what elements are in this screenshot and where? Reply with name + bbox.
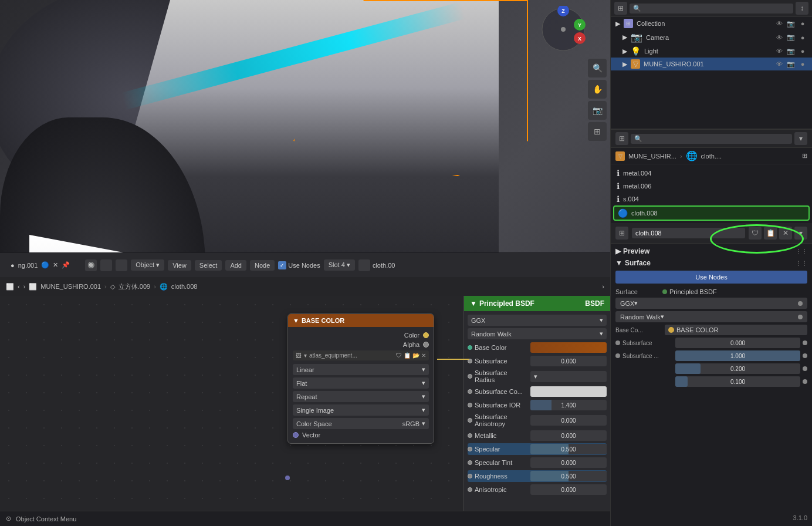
- color-socket-out[interactable]: [423, 332, 429, 338]
- vector-socket-in[interactable]: [293, 432, 299, 438]
- outliner-sort-icon[interactable]: ↕: [796, 2, 808, 15]
- extension-dropdown[interactable]: Repeat ▾: [293, 391, 429, 402]
- viewport-3d[interactable]: DEXMT Z Y X 🔍 ✋ 📷 ⊞ ● ng.001 🔵 ✕: [0, 0, 610, 526]
- add-menu-btn[interactable]: Add: [225, 260, 246, 271]
- breadcrumb-nav-next[interactable]: ›: [23, 283, 26, 290]
- outliner-item-camera[interactable]: ▶ 📷 Camera 👁 📷 ●: [611, 30, 812, 45]
- outliner-item-light[interactable]: ▶ 💡 Light 👁 📷 ●: [611, 45, 812, 58]
- subsurface-value-bar[interactable]: 0.000: [530, 356, 607, 366]
- props-search[interactable]: 🔍: [631, 134, 792, 144]
- mat-name-field[interactable]: cloth.008: [632, 228, 745, 238]
- props-sr-slider2[interactable]: 0.200: [675, 363, 800, 374]
- surface-section-header[interactable]: ▼ Surface ⋮⋮: [615, 259, 807, 267]
- image-shield-icon[interactable]: 🛡: [396, 352, 402, 359]
- preview-section-header[interactable]: ▶ Preview ⋮⋮: [615, 247, 807, 255]
- alpha-socket-out[interactable]: [423, 342, 429, 348]
- outliner-filter-icon[interactable]: ⊞: [614, 2, 627, 15]
- bsdf-random-walk-dropdown[interactable]: Random Walk ▾: [468, 328, 607, 339]
- specular-tint-bar[interactable]: 0.000: [530, 457, 607, 468]
- roughness-bar[interactable]: 0.500: [530, 471, 607, 481]
- select-menu-btn[interactable]: Select: [195, 260, 222, 271]
- collapse-icon[interactable]: ›: [602, 283, 604, 290]
- use-nodes-checkbox[interactable]: ✓ Use Nodes: [278, 261, 320, 269]
- vis-icon-render[interactable]: ●: [798, 19, 807, 28]
- render-dropdown-icon[interactable]: [358, 259, 370, 271]
- camera-vis-cam[interactable]: 📷: [786, 33, 796, 42]
- subsurface-socket[interactable]: [468, 359, 472, 363]
- vis-icon-eye[interactable]: 👁: [774, 19, 784, 28]
- light-vis-eye[interactable]: 👁: [774, 46, 784, 56]
- base-color-node[interactable]: ▼ BASE COLOR Color Alpha 🖼 ▾ atl: [287, 313, 434, 444]
- subsurface-co-swatch[interactable]: [530, 386, 607, 397]
- material-item-1[interactable]: ℹ metal.006: [613, 180, 810, 193]
- mat-close-icon[interactable]: ✕: [779, 227, 792, 240]
- principled-bsdf-node[interactable]: ▼ Principled BSDF BSDF GGX ▾ Random Walk…: [463, 296, 610, 526]
- grid-tool-btn[interactable]: ⊞: [588, 122, 607, 141]
- slot-dropdown[interactable]: Slot 4 ▾: [324, 259, 355, 271]
- mat-filter-icon[interactable]: ▾: [794, 227, 807, 240]
- subsurface-radius-dropdown[interactable]: ▾: [530, 371, 607, 382]
- navigation-gizmo[interactable]: Z Y X: [540, 6, 587, 53]
- use-nodes-btn[interactable]: Use Nodes: [615, 271, 807, 284]
- bsdf-ggx-dropdown[interactable]: GGX ▾: [468, 315, 607, 326]
- mat-shield-icon[interactable]: 🛡: [749, 227, 762, 240]
- node-collapse-icon[interactable]: ▼: [293, 317, 299, 324]
- light-vis-render[interactable]: ●: [798, 46, 807, 56]
- pan-tool-btn[interactable]: ✋: [588, 80, 607, 99]
- material-item-0[interactable]: ℹ metal.004: [613, 167, 810, 180]
- subsurface-radius-socket[interactable]: [468, 374, 472, 379]
- subsurface-co-socket[interactable]: [468, 389, 472, 394]
- light-vis-cam[interactable]: 📷: [786, 46, 796, 56]
- mat-copy-icon[interactable]: 📋: [764, 227, 777, 240]
- specular-bar[interactable]: 0.500: [530, 444, 607, 454]
- pin-icon[interactable]: 📌: [62, 261, 70, 269]
- metallic-socket[interactable]: [468, 433, 472, 438]
- props-random-walk-dropdown[interactable]: Random Walk ▾: [615, 311, 807, 322]
- file-tab[interactable]: ● ng.001 🔵 ✕ 📌: [5, 259, 76, 271]
- bsdf-collapse-icon[interactable]: ▼: [470, 299, 477, 308]
- surface-value-field[interactable]: Principled BSDF: [662, 288, 807, 295]
- subsurface-ior-bar[interactable]: 1.400: [530, 400, 607, 410]
- props-icon-btn[interactable]: ⊞: [615, 132, 628, 145]
- camera-tool-btn[interactable]: 📷: [588, 101, 607, 120]
- props-filter-btn[interactable]: ▾: [794, 132, 807, 145]
- mune-vis-cam[interactable]: 📷: [786, 59, 796, 69]
- material-item-cloth008[interactable]: 🔵 cloth.008: [613, 205, 810, 221]
- image-picker-row[interactable]: 🖼 ▾ atlas_equipment... 🛡 📋 📂 ✕: [293, 350, 429, 360]
- settings-icon[interactable]: [116, 259, 127, 271]
- base-color-swatch[interactable]: [530, 342, 607, 353]
- base-color-socket[interactable]: [468, 345, 472, 350]
- subsurface-ior-socket[interactable]: [468, 403, 472, 407]
- node-menu-btn[interactable]: Node: [250, 260, 275, 271]
- props-base-co-btn[interactable]: BASE COLOR: [665, 325, 807, 335]
- outliner-item-mune[interactable]: ▶ ▽ MUNE_USHIRO.001 👁 📷 ●: [611, 58, 812, 70]
- camera-vis-eye[interactable]: 👁: [774, 33, 784, 42]
- editor-type-icon[interactable]: 🔘: [85, 259, 97, 271]
- material-item-2[interactable]: ℹ s.004: [613, 193, 810, 205]
- image-copy-icon[interactable]: 📋: [404, 352, 411, 359]
- props-subsurface-slider[interactable]: 0.000: [675, 338, 800, 348]
- color-space-row[interactable]: Color Space sRGB ▾: [293, 418, 429, 429]
- node-editor-area[interactable]: ▼ BASE COLOR Color Alpha 🖼 ▾ atl: [0, 296, 610, 526]
- interpolation-dropdown[interactable]: Linear ▾: [293, 364, 429, 375]
- mat-props-icon[interactable]: ⊞: [615, 227, 628, 240]
- props-expand-icon[interactable]: ⊞: [802, 152, 807, 160]
- props-sr-slider3[interactable]: 0.100: [675, 376, 800, 387]
- metallic-bar[interactable]: 0.000: [530, 430, 607, 441]
- close-icon[interactable]: ✕: [53, 261, 58, 269]
- roughness-socket[interactable]: [468, 474, 472, 478]
- view-menu-btn[interactable]: View: [168, 260, 191, 271]
- anisotropic-bar[interactable]: 0.000: [530, 484, 607, 495]
- mune-vis-render[interactable]: ●: [798, 59, 807, 69]
- projection-dropdown[interactable]: Flat ▾: [293, 377, 429, 389]
- layout-icon[interactable]: [100, 259, 112, 271]
- image-close-icon[interactable]: ✕: [421, 352, 426, 359]
- mune-vis-eye[interactable]: 👁: [774, 59, 784, 69]
- specular-tint-socket[interactable]: [468, 460, 472, 465]
- breadcrumb-nav-prev[interactable]: ‹: [18, 283, 20, 290]
- object-mode-dropdown[interactable]: Object ▾: [131, 259, 164, 271]
- outliner-search[interactable]: 🔍: [630, 4, 793, 14]
- vis-icon-cam[interactable]: 📷: [786, 19, 796, 28]
- image-browse-icon[interactable]: 📂: [412, 352, 419, 359]
- source-dropdown[interactable]: Single Image ▾: [293, 404, 429, 416]
